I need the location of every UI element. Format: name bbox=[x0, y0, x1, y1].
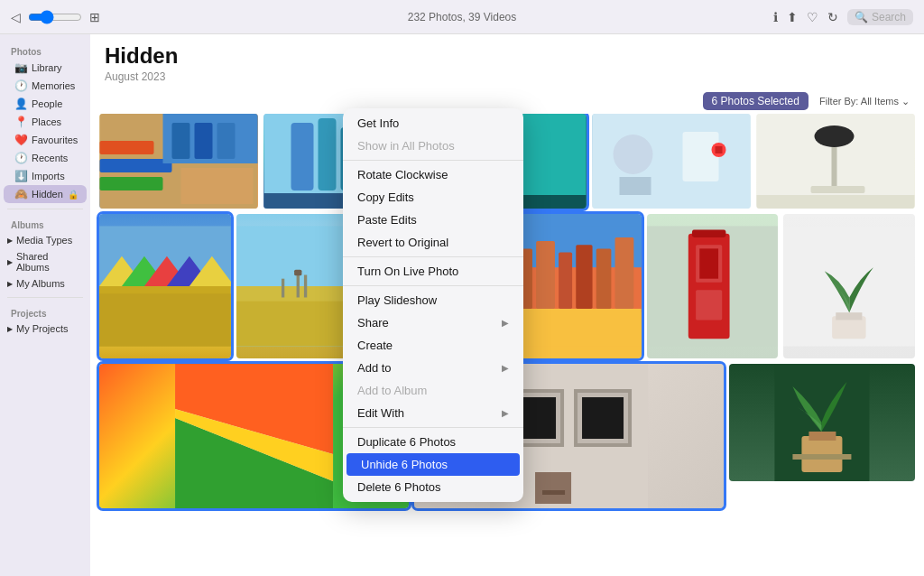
sidebar-label-library: Library bbox=[32, 62, 62, 73]
svg-rect-43 bbox=[294, 270, 301, 276]
heart-icon[interactable]: ♡ bbox=[807, 10, 818, 24]
top-bar-center: 232 Photos, 39 Videos bbox=[311, 11, 612, 23]
projects-section-title: Projects bbox=[0, 303, 90, 321]
menu-item-paste-edits[interactable]: Paste Edits bbox=[343, 209, 523, 231]
menu-item-add-to[interactable]: Add to ▶ bbox=[343, 357, 523, 379]
sidebar-item-memories[interactable]: 🕐 Memories bbox=[4, 77, 87, 95]
svg-rect-60 bbox=[559, 253, 572, 309]
svg-rect-61 bbox=[576, 245, 592, 309]
search-box[interactable]: 🔍 Search bbox=[847, 9, 913, 25]
menu-item-duplicate[interactable]: Duplicate 6 Photos bbox=[343, 431, 523, 453]
photo-cell-colorful-city[interactable] bbox=[510, 214, 642, 358]
back-icon[interactable]: ◁ bbox=[11, 10, 21, 24]
sidebar-group-my-projects[interactable]: ▶ My Projects bbox=[0, 321, 90, 337]
sidebar-divider-2 bbox=[7, 297, 83, 298]
menu-label-rotate: Rotate Clockwise bbox=[357, 168, 448, 181]
sidebar-label-memories: Memories bbox=[32, 80, 75, 91]
menu-item-share[interactable]: Share ▶ bbox=[343, 311, 523, 334]
menu-label-unhide: Unhide 6 Photos bbox=[361, 458, 448, 471]
menu-item-create[interactable]: Create bbox=[343, 334, 523, 357]
photo-cell-desk[interactable] bbox=[756, 114, 915, 209]
menu-item-edit-with[interactable]: Edit With ▶ bbox=[343, 402, 523, 424]
sidebar-item-favourites[interactable]: ❤️ Favourites bbox=[4, 131, 87, 149]
menu-label-edit-with: Edit With bbox=[357, 406, 404, 420]
sidebar-label-my-albums: My Albums bbox=[16, 278, 65, 289]
photo-phone-box-thumb bbox=[647, 214, 779, 358]
menu-sep-4 bbox=[343, 427, 523, 428]
menu-item-delete[interactable]: Delete 6 Photos bbox=[343, 476, 523, 498]
photo-cell-phone-box[interactable] bbox=[647, 214, 779, 358]
share-icon[interactable]: ⬆ bbox=[787, 10, 798, 24]
filter-button[interactable]: Filter By: All Items ⌄ bbox=[819, 96, 910, 107]
hidden-lock-icon: 🔒 bbox=[68, 190, 79, 200]
top-bar: ◁ ⊞ 232 Photos, 39 Videos ℹ ⬆ ♡ ↻ 🔍 Sear… bbox=[0, 0, 924, 34]
photo-cell-art-supplies[interactable] bbox=[99, 114, 258, 209]
filter-chevron-icon: ⌄ bbox=[901, 96, 910, 107]
menu-label-slideshow: Play Slideshow bbox=[357, 293, 437, 307]
menu-label-create: Create bbox=[357, 339, 393, 352]
photo-cell-green-plant[interactable] bbox=[729, 364, 915, 481]
svg-rect-68 bbox=[696, 290, 722, 320]
menu-item-copy-edits[interactable]: Copy Edits bbox=[343, 186, 523, 209]
sidebar-item-hidden[interactable]: 🙈 Hidden 🔒 bbox=[4, 185, 87, 203]
svg-rect-59 bbox=[536, 241, 555, 309]
photo-colorful-city-thumb bbox=[510, 214, 642, 358]
menu-item-rotate[interactable]: Rotate Clockwise bbox=[343, 163, 523, 186]
photo-art-supplies-thumb bbox=[99, 114, 258, 209]
menu-item-unhide[interactable]: Unhide 6 Photos bbox=[346, 453, 520, 476]
photos-section-title: Photos bbox=[0, 42, 90, 59]
rotate-icon[interactable]: ↻ bbox=[827, 10, 838, 24]
menu-sep-2 bbox=[343, 256, 523, 257]
sidebar-group-my-albums[interactable]: ▶ My Albums bbox=[0, 275, 90, 292]
sidebar-item-people[interactable]: 👤 People bbox=[4, 95, 87, 113]
menu-item-slideshow[interactable]: Play Slideshow bbox=[343, 289, 523, 311]
sidebar-item-library[interactable]: 📷 Library bbox=[4, 59, 87, 77]
menu-label-add-to: Add to bbox=[357, 361, 392, 375]
menu-label-get-info: Get Info bbox=[357, 116, 399, 130]
svg-rect-5 bbox=[172, 123, 190, 159]
sidebar-group-media-types[interactable]: ▶ Media Types bbox=[0, 232, 90, 248]
menu-item-revert[interactable]: Revert to Original bbox=[343, 231, 523, 254]
sidebar-item-recents[interactable]: 🕐 Recents bbox=[4, 149, 87, 167]
svg-rect-57 bbox=[510, 309, 642, 347]
content-area: Hidden August 2023 6 Photos Selected Fil… bbox=[90, 34, 924, 576]
zoom-slider[interactable] bbox=[28, 10, 82, 24]
share-arrow-icon: ▶ bbox=[502, 318, 509, 328]
svg-rect-11 bbox=[319, 118, 337, 190]
menu-label-show-all: Show in All Photos bbox=[357, 139, 455, 153]
sidebar-item-places[interactable]: 📍 Places bbox=[4, 113, 87, 131]
photo-cell-house-roof[interactable] bbox=[99, 214, 231, 358]
svg-rect-21 bbox=[683, 132, 719, 181]
svg-rect-67 bbox=[699, 248, 718, 278]
svg-point-22 bbox=[614, 135, 653, 174]
context-menu: Get Info Show in All Photos Rotate Clock… bbox=[343, 108, 523, 502]
fav-icon: ❤️ bbox=[14, 134, 27, 146]
sidebar-label-my-projects: My Projects bbox=[16, 323, 68, 334]
sidebar-label-recents: Recents bbox=[32, 153, 68, 163]
photo-desk-thumb bbox=[756, 114, 915, 209]
menu-item-live-photo[interactable]: Turn On Live Photo bbox=[343, 260, 523, 283]
people-icon: 👤 bbox=[14, 98, 27, 110]
menu-item-show-all: Show in All Photos bbox=[343, 135, 523, 157]
svg-rect-81 bbox=[582, 397, 624, 439]
menu-item-get-info[interactable]: Get Info bbox=[343, 112, 523, 135]
memories-icon: 🕐 bbox=[14, 79, 27, 92]
recents-icon: 🕐 bbox=[14, 152, 27, 164]
menu-label-delete: Delete 6 Photos bbox=[357, 480, 441, 494]
sidebar-divider-1 bbox=[7, 209, 83, 209]
svg-rect-63 bbox=[615, 237, 634, 309]
sidebar-label-media-types: Media Types bbox=[16, 235, 72, 246]
library-icon: 📷 bbox=[14, 61, 27, 74]
info-icon[interactable]: ℹ bbox=[773, 10, 778, 24]
photo-cell-plant-pot[interactable] bbox=[783, 214, 915, 358]
sidebar-label-shared-albums: Shared Albums bbox=[16, 251, 83, 273]
edit-with-arrow-icon: ▶ bbox=[502, 408, 509, 418]
hidden-icon: 🙈 bbox=[14, 188, 27, 200]
photo-cell-medical[interactable] bbox=[592, 114, 751, 209]
grid-icon[interactable]: ⊞ bbox=[89, 10, 100, 24]
photo-house-roof-thumb bbox=[99, 214, 231, 358]
sidebar-group-shared-albums[interactable]: ▶ Shared Albums bbox=[0, 248, 90, 275]
sidebar-item-imports[interactable]: ⬇️ Imports bbox=[4, 167, 87, 185]
svg-rect-38 bbox=[99, 293, 231, 346]
albums-section-title: Albums bbox=[0, 215, 90, 232]
